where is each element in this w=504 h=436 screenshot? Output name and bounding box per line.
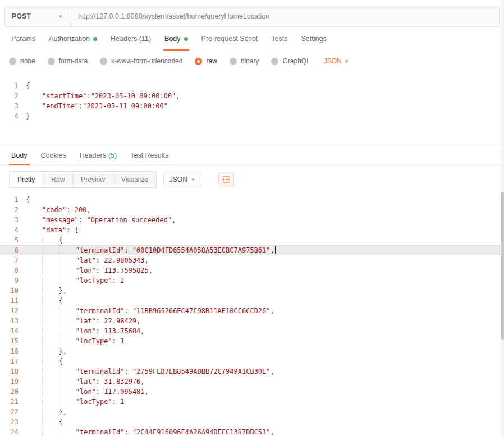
body-type-graphql[interactable]: GraphQL xyxy=(271,57,310,65)
code-line-5[interactable]: 5 { xyxy=(0,235,504,245)
code-text: "data": [ xyxy=(26,225,79,235)
response-view-toolbar: PrettyRawPreviewVisualize JSON ▼ xyxy=(0,166,504,194)
code-line-10[interactable]: 10 }, xyxy=(0,286,504,296)
code-line-15[interactable]: 15 "locType": 1 xyxy=(0,336,504,346)
code-line-1[interactable]: 1{ xyxy=(0,195,504,205)
page-scrollbar[interactable] xyxy=(501,0,504,436)
code-text: "locType": 1 xyxy=(26,336,124,346)
request-tab-headers-11[interactable]: Headers (11) xyxy=(104,27,158,51)
response-section: BodyCookiesHeaders(5)Test Results Pretty… xyxy=(0,145,504,436)
radio-label: raw xyxy=(206,57,217,65)
code-line-14[interactable]: 14 "lon": 113.75684, xyxy=(0,326,504,336)
code-line-22[interactable]: 22 }, xyxy=(0,407,504,417)
response-language-dropdown[interactable]: JSON ▼ xyxy=(163,172,201,187)
beautify-button[interactable] xyxy=(218,172,234,187)
request-tab-pre-request-script[interactable]: Pre-request Script xyxy=(195,27,265,51)
tab-label: Cookies xyxy=(41,152,66,159)
code-line-7[interactable]: 7 "lat": 22.9805343, xyxy=(0,255,504,265)
code-line-12[interactable]: 12 "terminalId": "11BB965266EC47C98B11AF… xyxy=(0,306,504,316)
code-line-11[interactable]: 11 { xyxy=(0,296,504,306)
response-body-editor[interactable]: 1{2 "code": 200,3 "message": "Operation … xyxy=(0,195,504,436)
code-text: "lat": 22.98429, xyxy=(26,316,140,326)
body-type-none[interactable]: none xyxy=(9,57,35,65)
view-mode-visualize[interactable]: Visualize xyxy=(113,172,156,187)
code-line-21[interactable]: 21 "locType": 1 xyxy=(0,397,504,407)
method-dropdown[interactable]: POST ▼ xyxy=(5,6,70,26)
code-text: }, xyxy=(26,407,67,417)
body-type-form-data[interactable]: form-data xyxy=(48,57,88,65)
code-line-4[interactable]: 4} xyxy=(0,111,504,121)
tab-count: (5) xyxy=(108,152,117,159)
code-line-4[interactable]: 4 "data": [ xyxy=(0,225,504,235)
code-text: "lat": 22.9805343, xyxy=(26,255,149,265)
code-line-2[interactable]: 2 "code": 200, xyxy=(0,205,504,215)
response-tab-body[interactable]: Body xyxy=(4,145,34,165)
view-mode-raw[interactable]: Raw xyxy=(43,172,73,187)
line-number: 16 xyxy=(0,346,26,356)
code-line-17[interactable]: 17 { xyxy=(0,356,504,366)
code-line-24[interactable]: 24 "terminalId": "2C44E916096F4A26A94DFF… xyxy=(0,427,504,436)
tab-label: Params xyxy=(11,35,35,43)
code-line-16[interactable]: 16 }, xyxy=(0,346,504,356)
line-number: 11 xyxy=(0,296,26,306)
code-line-3[interactable]: 3 "endTime":"2023-05-11 09:00:00" xyxy=(0,101,504,111)
line-number: 23 xyxy=(0,417,26,427)
radio-icon xyxy=(100,58,107,65)
tab-label: Test Results xyxy=(130,152,168,159)
code-text: "locType": 1 xyxy=(26,397,124,407)
code-line-6[interactable]: 6 "terminalId": "00C10D4FD6554A058A53ECB… xyxy=(0,245,504,255)
tab-label: Tests xyxy=(271,35,287,43)
response-tab-test-results[interactable]: Test Results xyxy=(123,145,175,165)
code-line-19[interactable]: 19 "lat": 31.832976, xyxy=(0,377,504,387)
line-number: 6 xyxy=(0,245,26,255)
request-tab-settings[interactable]: Settings xyxy=(295,27,333,51)
chevron-down-icon: ▼ xyxy=(58,14,63,19)
body-type-x-www-form-urlencoded[interactable]: x-www-form-urlencoded xyxy=(100,57,182,65)
line-number: 15 xyxy=(0,336,26,346)
code-line-9[interactable]: 9 "locType": 2 xyxy=(0,276,504,286)
code-line-8[interactable]: 8 "lon": 113.7595825, xyxy=(0,265,504,276)
body-type-raw[interactable]: raw xyxy=(195,57,217,65)
tab-label: Pre-request Script xyxy=(201,35,258,43)
body-type-selector: noneform-datax-www-form-urlencodedrawbin… xyxy=(0,51,504,72)
request-tab-body[interactable]: Body xyxy=(158,27,195,51)
line-number: 20 xyxy=(0,387,26,397)
code-text: "terminalId": "2759FED7EB8549ADBB72C7949… xyxy=(26,366,274,377)
code-text: "lon": 113.7595825, xyxy=(26,265,153,276)
code-line-23[interactable]: 23 { xyxy=(0,417,504,427)
request-tab-params[interactable]: Params xyxy=(4,27,42,51)
radio-label: x-www-form-urlencoded xyxy=(111,57,182,65)
line-number: 19 xyxy=(0,377,26,387)
code-line-18[interactable]: 18 "terminalId": "2759FED7EB8549ADBB72C7… xyxy=(0,366,504,377)
code-line-1[interactable]: 1{ xyxy=(0,81,504,91)
code-line-13[interactable]: 13 "lat": 22.98429, xyxy=(0,316,504,326)
request-body-editor[interactable]: 1{2 "startTime":"2023-05-10 09:00:00",3 … xyxy=(0,81,504,121)
code-line-2[interactable]: 2 "startTime":"2023-05-10 09:00:00", xyxy=(0,91,504,101)
response-tab-cookies[interactable]: Cookies xyxy=(34,145,73,165)
chevron-down-icon: ▼ xyxy=(191,177,195,182)
code-text: "message": "Operation succeeded", xyxy=(26,215,176,225)
text-cursor-icon xyxy=(275,246,276,254)
body-type-binary[interactable]: binary xyxy=(230,57,259,65)
code-line-3[interactable]: 3 "message": "Operation succeeded", xyxy=(0,215,504,225)
response-tabs: BodyCookiesHeaders(5)Test Results xyxy=(0,145,504,166)
request-tabs: ParamsAuthorizationHeaders (11)BodyPre-r… xyxy=(0,27,504,51)
code-line-20[interactable]: 20 "lon": 117.095481, xyxy=(0,387,504,397)
line-number: 5 xyxy=(0,235,26,245)
view-mode-pretty[interactable]: Pretty xyxy=(10,172,43,187)
tab-label: Body xyxy=(164,35,181,43)
tab-label: Authorization xyxy=(49,35,90,43)
request-tab-authorization[interactable]: Authorization xyxy=(42,27,104,51)
view-mode-preview[interactable]: Preview xyxy=(73,172,113,187)
line-number: 3 xyxy=(0,215,26,225)
postman-request-view: POST ▼ http://127.0.0.1:8080/system/asse… xyxy=(0,6,504,436)
line-number: 12 xyxy=(0,306,26,316)
url-input[interactable]: http://127.0.0.1:8080/system/asset/home/… xyxy=(70,6,499,26)
line-number: 1 xyxy=(0,81,26,91)
body-type-radios: noneform-datax-www-form-urlencodedrawbin… xyxy=(9,57,323,65)
response-tab-headers[interactable]: Headers(5) xyxy=(73,145,124,165)
raw-language-dropdown[interactable]: JSON ▼ xyxy=(324,57,349,65)
line-number: 8 xyxy=(0,265,26,276)
request-tab-tests[interactable]: Tests xyxy=(264,27,294,51)
scrollbar-thumb[interactable] xyxy=(501,192,504,340)
